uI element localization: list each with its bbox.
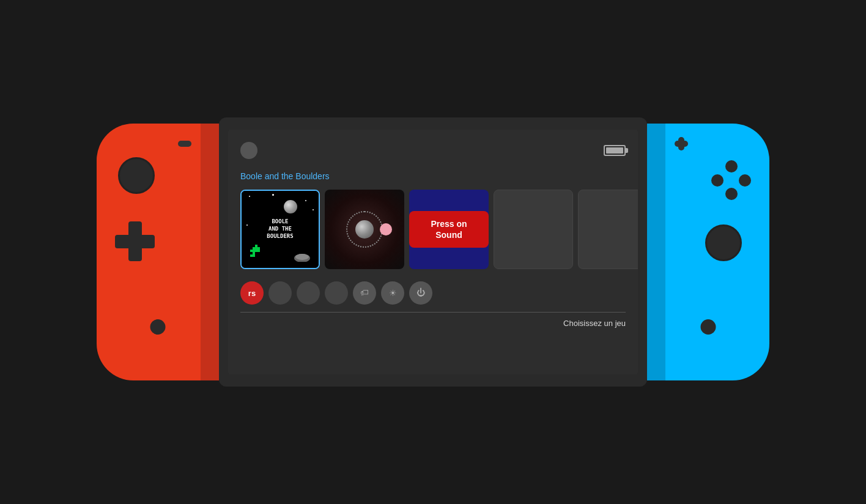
svg-rect-7: [257, 247, 260, 250]
right-joycon: [647, 124, 769, 380]
x-button[interactable]: [725, 160, 738, 172]
action-buttons: [711, 160, 751, 200]
circle-game-art: [340, 205, 389, 254]
tag-symbol: 🏷: [360, 288, 369, 298]
status-text: Choisissez un jeu: [240, 319, 626, 328]
bottom-toolbar: rs 🏷 ☀ ⏻: [240, 281, 626, 305]
rs-icon[interactable]: rs: [240, 281, 264, 305]
game-tile-boole[interactable]: BOOLE AND THE BOULDERS: [240, 190, 320, 269]
star-2: [305, 200, 306, 201]
toolbar-icon-3[interactable]: [325, 281, 348, 305]
star-4: [313, 209, 314, 210]
left-analog-stick[interactable]: [118, 157, 155, 194]
star-5: [246, 224, 248, 226]
left-joycon: [97, 124, 219, 380]
svg-rect-10: [253, 254, 255, 257]
selected-game-title: Boole and the Boulders: [240, 171, 626, 181]
y-button[interactable]: [711, 174, 724, 187]
game-tile-empty-2[interactable]: [578, 190, 638, 269]
star-1: [249, 196, 250, 197]
svg-rect-2: [253, 250, 255, 252]
left-dpad[interactable]: [115, 221, 155, 261]
pink-ball: [380, 223, 392, 235]
right-small-button[interactable]: [701, 319, 716, 335]
game-tile-circle[interactable]: [325, 190, 404, 269]
dino-sprite: [248, 242, 269, 262]
svg-rect-9: [250, 254, 253, 257]
brightness-icon[interactable]: ☀: [381, 281, 404, 305]
home-button[interactable]: [240, 142, 257, 159]
battery-indicator: [604, 145, 626, 156]
game-tile-empty-1[interactable]: [494, 190, 573, 269]
power-symbol: ⏻: [416, 288, 425, 298]
svg-rect-6: [255, 250, 257, 252]
b-button[interactable]: [725, 188, 738, 200]
svg-rect-0: [250, 250, 253, 252]
toolbar-icon-1[interactable]: [268, 281, 292, 305]
brightness-symbol: ☀: [389, 288, 397, 298]
switch-device: Boole and the Boulders: [97, 81, 769, 423]
switch-screen: Boole and the Boulders: [228, 130, 638, 374]
toolbar-icon-2[interactable]: [297, 281, 320, 305]
screen-housing: Boole and the Boulders: [219, 117, 647, 387]
press-on-sound-button: Press on Sound: [409, 211, 489, 248]
svg-rect-1: [253, 247, 255, 250]
battery-fill: [606, 147, 623, 154]
svg-rect-4: [255, 245, 257, 247]
dpad-vertical: [128, 221, 142, 261]
right-analog-stick[interactable]: [705, 224, 742, 261]
minus-button[interactable]: [178, 141, 191, 147]
svg-rect-5: [255, 247, 257, 250]
sphere-icon: [284, 200, 297, 213]
svg-rect-8: [257, 250, 260, 252]
star-3: [272, 194, 274, 196]
power-icon[interactable]: ⏻: [409, 281, 432, 305]
tag-icon[interactable]: 🏷: [353, 281, 376, 305]
game-grid: BOOLE AND THE BOULDERS: [240, 190, 626, 269]
svg-rect-3: [253, 252, 255, 254]
gray-sphere: [355, 220, 374, 239]
plus-button[interactable]: [675, 141, 688, 147]
left-small-button[interactable]: [150, 319, 166, 335]
boole-art: BOOLE AND THE BOULDERS: [242, 191, 319, 268]
boole-title-text: BOOLE AND THE BOULDERS: [267, 218, 293, 240]
a-button[interactable]: [739, 174, 751, 187]
svg-point-12: [295, 254, 309, 260]
divider: [240, 312, 626, 313]
press-on-sound-text: Press on Sound: [418, 218, 479, 240]
top-bar: [240, 142, 626, 159]
game-tile-press-on-sound[interactable]: Press on Sound: [409, 190, 489, 269]
rock-sprite: [293, 251, 311, 263]
